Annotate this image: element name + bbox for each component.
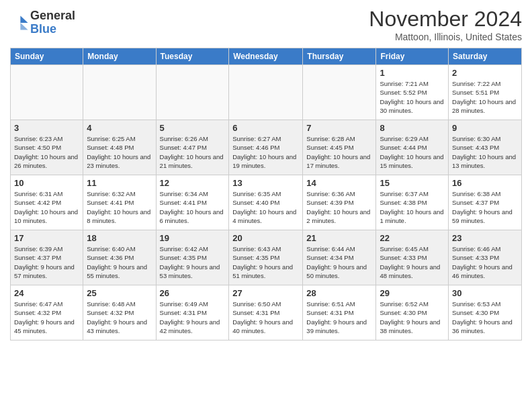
calendar-week-4: 17Sunrise: 6:39 AM Sunset: 4:37 PM Dayli… — [11, 230, 522, 285]
calendar-header-tuesday: Tuesday — [156, 48, 229, 65]
day-info: Sunrise: 6:35 AM Sunset: 4:40 PM Dayligh… — [232, 189, 299, 225]
day-number: 24 — [14, 288, 79, 298]
day-number: 10 — [14, 178, 79, 188]
day-number: 28 — [306, 288, 372, 298]
day-number: 6 — [232, 123, 299, 133]
day-info: Sunrise: 6:45 AM Sunset: 4:33 PM Dayligh… — [380, 244, 445, 280]
calendar-week-3: 10Sunrise: 6:31 AM Sunset: 4:42 PM Dayli… — [11, 175, 522, 230]
day-number: 27 — [232, 288, 299, 298]
day-number: 5 — [160, 123, 226, 133]
day-number: 21 — [306, 233, 372, 243]
day-info: Sunrise: 6:37 AM Sunset: 4:38 PM Dayligh… — [380, 189, 445, 225]
day-info: Sunrise: 6:34 AM Sunset: 4:41 PM Dayligh… — [160, 189, 226, 225]
calendar-cell: 27Sunrise: 6:50 AM Sunset: 4:31 PM Dayli… — [229, 285, 303, 340]
day-number: 9 — [452, 123, 518, 133]
day-number: 23 — [452, 233, 518, 243]
day-number: 22 — [380, 233, 445, 243]
day-info: Sunrise: 6:42 AM Sunset: 4:35 PM Dayligh… — [160, 244, 226, 280]
day-info: Sunrise: 6:38 AM Sunset: 4:37 PM Dayligh… — [452, 189, 518, 225]
day-info: Sunrise: 6:43 AM Sunset: 4:35 PM Dayligh… — [232, 244, 299, 280]
day-info: Sunrise: 6:51 AM Sunset: 4:31 PM Dayligh… — [306, 300, 372, 335]
calendar-cell: 1Sunrise: 7:21 AM Sunset: 5:52 PM Daylig… — [376, 65, 449, 120]
calendar-cell: 17Sunrise: 6:39 AM Sunset: 4:37 PM Dayli… — [11, 230, 83, 285]
calendar-cell: 18Sunrise: 6:40 AM Sunset: 4:36 PM Dayli… — [83, 230, 156, 285]
day-number: 11 — [87, 178, 152, 188]
day-info: Sunrise: 6:39 AM Sunset: 4:37 PM Dayligh… — [14, 244, 79, 280]
day-number: 8 — [380, 123, 445, 133]
calendar-header-wednesday: Wednesday — [229, 48, 303, 65]
month-title: November 2024 — [369, 7, 522, 32]
day-info: Sunrise: 7:22 AM Sunset: 5:51 PM Dayligh… — [452, 79, 518, 115]
calendar-cell: 4Sunrise: 6:25 AM Sunset: 4:48 PM Daylig… — [83, 120, 156, 175]
calendar-cell: 20Sunrise: 6:43 AM Sunset: 4:35 PM Dayli… — [229, 230, 303, 285]
calendar-cell: 12Sunrise: 6:34 AM Sunset: 4:41 PM Dayli… — [156, 175, 229, 230]
svg-marker-0 — [20, 15, 28, 23]
title-area: November 2024 Mattoon, Illinois, United … — [369, 7, 522, 42]
calendar-cell: 22Sunrise: 6:45 AM Sunset: 4:33 PM Dayli… — [376, 230, 449, 285]
calendar-cell: 28Sunrise: 6:51 AM Sunset: 4:31 PM Dayli… — [303, 285, 376, 340]
calendar-cell: 15Sunrise: 6:37 AM Sunset: 4:38 PM Dayli… — [376, 175, 449, 230]
day-number: 26 — [160, 288, 226, 298]
day-number: 16 — [452, 178, 518, 188]
calendar-cell: 8Sunrise: 6:29 AM Sunset: 4:44 PM Daylig… — [376, 120, 449, 175]
day-number: 4 — [87, 123, 152, 133]
calendar-cell: 3Sunrise: 6:23 AM Sunset: 4:50 PM Daylig… — [11, 120, 83, 175]
day-info: Sunrise: 6:44 AM Sunset: 4:34 PM Dayligh… — [306, 244, 372, 280]
calendar-header-monday: Monday — [83, 48, 156, 65]
calendar-cell — [156, 65, 229, 120]
day-number: 15 — [380, 178, 445, 188]
day-info: Sunrise: 6:47 AM Sunset: 4:32 PM Dayligh… — [14, 300, 79, 335]
day-info: Sunrise: 6:46 AM Sunset: 4:33 PM Dayligh… — [452, 244, 518, 280]
day-number: 18 — [87, 233, 152, 243]
day-number: 2 — [452, 68, 518, 78]
calendar-cell: 11Sunrise: 6:32 AM Sunset: 4:41 PM Dayli… — [83, 175, 156, 230]
day-number: 25 — [87, 288, 152, 298]
day-info: Sunrise: 6:26 AM Sunset: 4:47 PM Dayligh… — [160, 134, 226, 170]
calendar-cell — [229, 65, 303, 120]
calendar-cell: 29Sunrise: 6:52 AM Sunset: 4:30 PM Dayli… — [376, 285, 449, 340]
day-info: Sunrise: 6:48 AM Sunset: 4:32 PM Dayligh… — [87, 300, 152, 335]
day-info: Sunrise: 6:28 AM Sunset: 4:45 PM Dayligh… — [306, 134, 372, 170]
calendar-cell: 24Sunrise: 6:47 AM Sunset: 4:32 PM Dayli… — [11, 285, 83, 340]
calendar-week-1: 1Sunrise: 7:21 AM Sunset: 5:52 PM Daylig… — [11, 65, 522, 120]
day-info: Sunrise: 7:21 AM Sunset: 5:52 PM Dayligh… — [380, 79, 445, 115]
calendar-cell: 16Sunrise: 6:38 AM Sunset: 4:37 PM Dayli… — [449, 175, 522, 230]
calendar-cell: 5Sunrise: 6:26 AM Sunset: 4:47 PM Daylig… — [156, 120, 229, 175]
location: Mattoon, Illinois, United States — [369, 32, 522, 42]
day-info: Sunrise: 6:40 AM Sunset: 4:36 PM Dayligh… — [87, 244, 152, 280]
calendar-cell: 25Sunrise: 6:48 AM Sunset: 4:32 PM Dayli… — [83, 285, 156, 340]
day-info: Sunrise: 6:32 AM Sunset: 4:41 PM Dayligh… — [87, 189, 152, 225]
logo: General Blue — [10, 9, 75, 36]
calendar-cell — [83, 65, 156, 120]
calendar-cell: 14Sunrise: 6:36 AM Sunset: 4:39 PM Dayli… — [303, 175, 376, 230]
day-info: Sunrise: 6:53 AM Sunset: 4:30 PM Dayligh… — [452, 300, 518, 335]
calendar-header-thursday: Thursday — [303, 48, 376, 65]
day-info: Sunrise: 6:27 AM Sunset: 4:46 PM Dayligh… — [232, 134, 299, 170]
calendar-week-5: 24Sunrise: 6:47 AM Sunset: 4:32 PM Dayli… — [11, 285, 522, 340]
day-info: Sunrise: 6:30 AM Sunset: 4:43 PM Dayligh… — [452, 134, 518, 170]
calendar-cell — [11, 65, 83, 120]
day-info: Sunrise: 6:52 AM Sunset: 4:30 PM Dayligh… — [380, 300, 445, 335]
logo-general-text: General — [30, 9, 75, 22]
calendar: SundayMondayTuesdayWednesdayThursdayFrid… — [10, 48, 522, 340]
day-info: Sunrise: 6:36 AM Sunset: 4:39 PM Dayligh… — [306, 189, 372, 225]
day-number: 12 — [160, 178, 226, 188]
calendar-week-2: 3Sunrise: 6:23 AM Sunset: 4:50 PM Daylig… — [11, 120, 522, 175]
logo-icon — [10, 13, 29, 32]
day-number: 14 — [306, 178, 372, 188]
day-number: 3 — [14, 123, 79, 133]
day-info: Sunrise: 6:29 AM Sunset: 4:44 PM Dayligh… — [380, 134, 445, 170]
page: General Blue November 2024 Mattoon, Illi… — [0, 0, 532, 411]
calendar-header-row: SundayMondayTuesdayWednesdayThursdayFrid… — [11, 48, 522, 65]
calendar-cell: 30Sunrise: 6:53 AM Sunset: 4:30 PM Dayli… — [449, 285, 522, 340]
day-info: Sunrise: 6:50 AM Sunset: 4:31 PM Dayligh… — [232, 300, 299, 335]
day-number: 13 — [232, 178, 299, 188]
calendar-header-sunday: Sunday — [11, 48, 83, 65]
calendar-cell: 19Sunrise: 6:42 AM Sunset: 4:35 PM Dayli… — [156, 230, 229, 285]
calendar-cell: 21Sunrise: 6:44 AM Sunset: 4:34 PM Dayli… — [303, 230, 376, 285]
day-info: Sunrise: 6:31 AM Sunset: 4:42 PM Dayligh… — [14, 189, 79, 225]
svg-marker-1 — [20, 23, 28, 30]
day-number: 29 — [380, 288, 445, 298]
day-number: 20 — [232, 233, 299, 243]
day-info: Sunrise: 6:23 AM Sunset: 4:50 PM Dayligh… — [14, 134, 79, 170]
